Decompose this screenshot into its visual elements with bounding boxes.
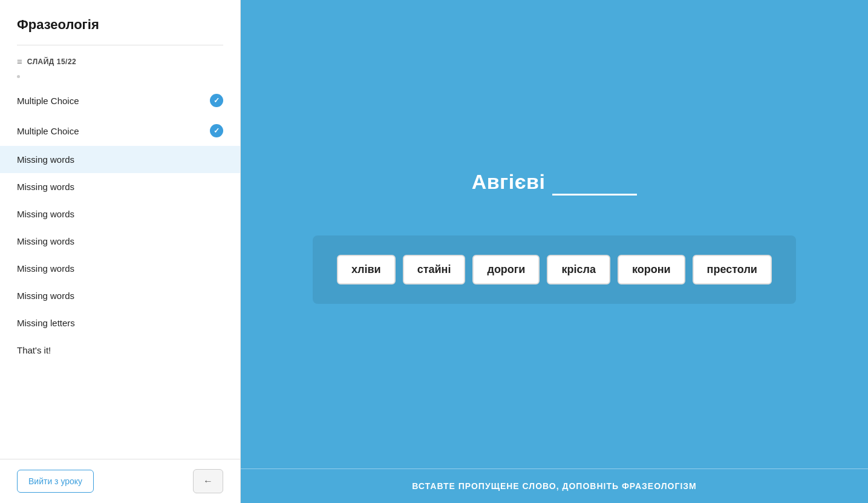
slide-item-5[interactable]: Missing words <box>0 200 240 228</box>
word-bank: хлівистайнідорогикріслакоронипрестоли <box>313 235 796 304</box>
slide-item-label-5: Missing words <box>17 209 223 219</box>
slide-item-6[interactable]: Missing words <box>0 228 240 255</box>
main-footer: ВСТАВТЕ ПРОПУЩЕНЕ СЛОВО, ДОПОВНІТЬ ФРАЗЕ… <box>241 468 868 503</box>
word-chip-6[interactable]: престоли <box>693 255 772 284</box>
slide-item-9[interactable]: Missing letters <box>0 309 240 337</box>
slide-item-label-6: Missing words <box>17 236 223 246</box>
sidebar-footer: Вийти з уроку ← <box>0 459 240 503</box>
slide-item-label-2: Multiple Choice <box>17 126 210 136</box>
slide-item-label-10: That's it! <box>17 345 223 355</box>
slide-item-7[interactable]: Missing words <box>0 255 240 282</box>
slide-item-1[interactable]: Multiple Choice <box>0 85 240 116</box>
main-content: Авгієві хлівистайнідорогикріслакоронипре… <box>241 0 868 503</box>
slide-item-label-8: Missing words <box>17 291 223 301</box>
word-chip-4[interactable]: крісла <box>547 255 610 284</box>
check-icon-2 <box>210 124 223 137</box>
word-chip-5[interactable]: корони <box>618 255 685 284</box>
footer-instruction: ВСТАВТЕ ПРОПУЩЕНЕ СЛОВО, ДОПОВНІТЬ ФРАЗЕ… <box>412 481 696 491</box>
slide-item-4[interactable]: Missing words <box>0 173 240 200</box>
slide-item-10[interactable]: That's it! <box>0 337 240 364</box>
back-button[interactable]: ← <box>193 469 223 493</box>
slide-item-2[interactable]: Multiple Choice <box>0 116 240 146</box>
dot-progress <box>0 73 240 83</box>
dot-1 <box>17 75 20 78</box>
slide-item-8[interactable]: Missing words <box>0 282 240 309</box>
slide-header: ≡ СЛАЙД 15/22 <box>0 45 240 73</box>
blank-text <box>552 165 624 189</box>
word-chip-3[interactable]: дороги <box>472 255 540 284</box>
sidebar: Фразеологія ≡ СЛАЙД 15/22 Multiple Choic… <box>0 0 241 503</box>
slide-item-label-7: Missing words <box>17 263 223 274</box>
slide-item-label-3: Missing words <box>17 154 223 165</box>
word-chip-1[interactable]: хліви <box>337 255 396 284</box>
slide-list: Multiple ChoiceMultiple ChoiceMissing wo… <box>0 83 240 459</box>
list-icon: ≡ <box>17 56 22 67</box>
sentence-prefix: Авгієві <box>472 170 546 194</box>
slide-counter: СЛАЙД 15/22 <box>27 58 77 66</box>
app-title: Фразеологія <box>0 0 240 45</box>
exit-button[interactable]: Вийти з уроку <box>17 470 94 493</box>
slide-item-label-4: Missing words <box>17 182 223 192</box>
check-icon-1 <box>210 94 223 107</box>
word-chip-2[interactable]: стайні <box>403 255 466 284</box>
sentence-row: Авгієві <box>472 165 638 199</box>
blank-underline <box>552 194 637 196</box>
slide-item-label-9: Missing letters <box>17 318 223 328</box>
slide-item-3[interactable]: Missing words <box>0 146 240 173</box>
slide-item-label-1: Multiple Choice <box>17 96 210 106</box>
exercise-area: Авгієві хлівистайнідорогикріслакоронипре… <box>241 0 868 468</box>
